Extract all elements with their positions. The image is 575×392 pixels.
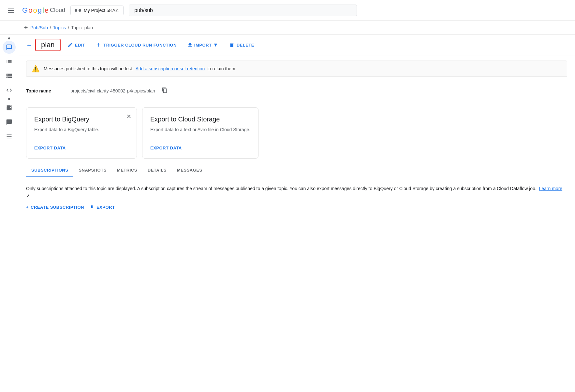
content-area: ← plan EDIT TRIGGER CLOUD RUN FUNCTION I…	[18, 35, 575, 392]
google-logo: G o o g l e Cloud	[22, 6, 65, 15]
menu-button[interactable]	[5, 5, 17, 16]
tab-metrics[interactable]: METRICS	[112, 164, 142, 177]
bigquery-card-title: Export to BigQuery	[34, 116, 129, 123]
sidebar-item-list[interactable]	[3, 55, 16, 68]
page-title: plan	[35, 39, 61, 51]
sidebar-item-code[interactable]	[3, 84, 16, 97]
tab-actions: + CREATE SUBSCRIPTION EXPORT	[26, 205, 567, 210]
tab-snapshots[interactable]: SNAPSHOTS	[73, 164, 111, 177]
back-button[interactable]: ←	[26, 41, 33, 49]
tabs: SUBSCRIPTIONS SNAPSHOTS METRICS DETAILS …	[18, 164, 575, 177]
topic-name-label: Topic name	[26, 88, 65, 93]
learn-more-link[interactable]: Learn more	[539, 186, 563, 191]
bigquery-card-desc: Export data to a BigQuery table.	[34, 127, 129, 132]
sidebar-dot-top	[8, 37, 10, 39]
import-button[interactable]: IMPORT ▼	[183, 39, 222, 50]
sidebar-item-rows[interactable]	[3, 130, 16, 143]
warning-icon: ⚠️	[32, 65, 40, 73]
sidebar-item-storage[interactable]	[3, 69, 16, 82]
bigquery-export-button[interactable]: EXPORT DATA	[34, 140, 129, 150]
alert-message-prefix: Messages published to this topic will be…	[44, 66, 133, 71]
sidebar-dot-mid	[8, 98, 10, 100]
breadcrumb-topics[interactable]: Topics	[53, 25, 66, 30]
import-dropdown-arrow: ▼	[213, 42, 218, 48]
breadcrumb-pubsub[interactable]: Pub/Sub	[30, 25, 48, 30]
sidebar-item-database[interactable]	[3, 101, 16, 114]
sidebar-item-messages[interactable]	[3, 41, 16, 54]
topic-details: Topic name projects/civil-clarity-450002…	[18, 82, 575, 102]
breadcrumb-current: Topic: plan	[71, 25, 93, 30]
create-subscription-button[interactable]: + CREATE SUBSCRIPTION	[26, 205, 84, 210]
alert-link[interactable]: Add a subscription or set retention	[136, 66, 205, 71]
trigger-cloud-run-button[interactable]: TRIGGER CLOUD RUN FUNCTION	[92, 39, 181, 50]
topbar: G o o g l e Cloud My Project 58761	[0, 0, 575, 21]
main-layout: ← plan EDIT TRIGGER CLOUD RUN FUNCTION I…	[0, 35, 575, 392]
bigquery-card-close[interactable]: ✕	[126, 113, 131, 120]
pubsub-icon: ✦	[23, 24, 28, 31]
alert-message-suffix: to retain them.	[207, 66, 237, 71]
topic-name-value: projects/civil-clarity-450002-p4/topics/…	[70, 88, 155, 93]
sidebar	[0, 35, 18, 392]
cloud-storage-card-desc: Export data to a text or Avro file in Cl…	[150, 127, 250, 132]
topic-name-row: Topic name projects/civil-clarity-450002…	[26, 87, 567, 94]
search-input[interactable]	[129, 5, 357, 16]
sidebar-item-chat[interactable]	[3, 116, 16, 129]
export-subscriptions-button[interactable]: EXPORT	[89, 205, 115, 210]
tab-messages[interactable]: MESSAGES	[172, 164, 208, 177]
tab-subscriptions[interactable]: SUBSCRIPTIONS	[26, 164, 73, 177]
tab-details[interactable]: DETAILS	[142, 164, 172, 177]
export-card-cloud-storage: Export to Cloud Storage Export data to a…	[142, 107, 258, 159]
alert-banner: ⚠️ Messages published to this topic will…	[26, 61, 567, 77]
project-selector[interactable]: My Project 58761	[70, 6, 124, 15]
subscriptions-description: Only subscriptions attached to this topi…	[26, 185, 567, 200]
breadcrumb: ✦ Pub/Sub / Topics / Topic: plan	[0, 21, 575, 35]
copy-button[interactable]	[162, 87, 168, 94]
export-cards: ✕ Export to BigQuery Export data to a Bi…	[26, 107, 567, 159]
delete-button[interactable]: DELETE	[225, 39, 258, 50]
cloud-storage-export-button[interactable]: EXPORT DATA	[150, 140, 250, 150]
edit-button[interactable]: EDIT	[63, 39, 89, 50]
page-toolbar: ← plan EDIT TRIGGER CLOUD RUN FUNCTION I…	[18, 35, 575, 55]
export-card-bigquery: ✕ Export to BigQuery Export data to a Bi…	[26, 107, 137, 159]
cloud-storage-card-title: Export to Cloud Storage	[150, 116, 250, 123]
tab-content-subscriptions: Only subscriptions attached to this topi…	[18, 177, 575, 218]
